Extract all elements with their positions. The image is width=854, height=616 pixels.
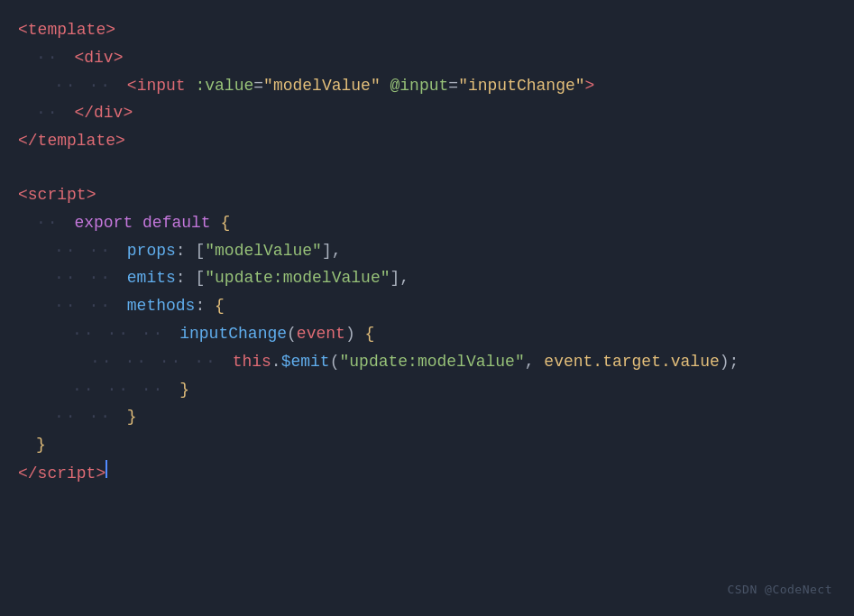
bracket: > [96,461,106,487]
equals: = [253,73,263,99]
bracket: > [585,73,595,99]
bracket: > [114,45,124,71]
code-viewer: <template> ·· <div> ·· ·· <input :value=… [0,0,854,616]
paren-close: ) [345,321,355,347]
bracket: > [115,128,125,154]
brace-open: { [220,210,230,236]
indent-dots: ·· ·· [54,293,124,319]
keyword-this: this [233,349,271,375]
func-inputchange: inputChange [179,321,287,347]
bracket: </ [18,128,38,154]
line-export-default: ·· export default { [0,209,854,237]
attr-value-bind: :value [195,73,253,99]
string-modelvalue: "modelValue" [205,238,322,264]
indent-dots: ·· ·· [54,404,124,430]
colon: : [176,238,196,264]
attr-input-event: @input [390,73,449,99]
string-update-emit: "update:modelValue" [339,349,524,375]
brace-open: { [365,321,375,347]
tag-script-close: script [38,461,96,487]
bracket: > [106,17,115,43]
line-inner-close: ·· ·· ·· } [0,376,854,404]
brace-close-inner: } [179,377,189,403]
bracket: > [123,100,133,126]
line-inputchange-def: ·· ·· ·· inputChange(event) { [0,320,854,348]
tag-div: div [84,45,113,71]
line-script-open: <script> [0,181,854,209]
keyword-export: export [74,210,133,236]
indent-dots: ·· ·· [54,238,124,264]
bracket: < [74,45,84,71]
brace-open: { [215,293,225,319]
bracket: < [18,17,28,43]
tag-template-close: template [38,128,115,154]
indent-dots: ·· ·· ·· ·· [90,349,229,375]
space [133,210,142,236]
indent-dots: ·· ·· ·· [72,321,176,347]
bracket: < [18,182,28,208]
line-script-close: </script> [0,459,854,488]
bracket: < [127,73,137,99]
attr-value-val: "modelValue" [263,73,381,99]
line-div-close: ·· </div> [0,99,854,127]
prop-props: props [127,238,176,264]
indent-dots: ·· [36,100,70,126]
indent-dots: ·· ·· [54,73,124,99]
array-open: [ [195,238,205,264]
line-methods: ·· ·· methods: { [0,292,854,320]
tag-input: input [137,73,186,99]
line-template-close: </template> [0,127,854,155]
tag-script: script [28,182,87,208]
colon: : [176,265,196,291]
array-open: [ [195,265,205,291]
colon: : [195,293,215,319]
space [186,73,196,99]
array-close: ] [322,238,332,264]
indent-dots: ·· ·· ·· [72,377,176,403]
indent-dots: ·· [36,45,70,71]
line-input-tag: ·· ·· <input :value="modelValue" @input=… [0,72,854,100]
space [355,321,365,347]
param-event: event [297,321,345,347]
line-emits: ·· ·· emits: ["update:modelValue"], [0,264,854,292]
cursor [106,460,107,478]
line-div-open: ·· <div> [0,44,854,72]
space [211,210,221,236]
comma: , [525,349,545,375]
bracket: </ [74,100,94,126]
array-close: ] [390,265,399,291]
line-props: ·· ·· props: ["modelValue"], [0,237,854,265]
tag-template: template [28,17,106,43]
empty-line [0,155,854,181]
bracket: </ [18,461,38,487]
tag-div-close: div [94,100,123,126]
paren-open: ( [330,349,340,375]
paren-open: ( [287,321,297,347]
comma: , [399,265,409,291]
paren-close-semi: ); [720,349,739,375]
prop-emits: emits [127,265,176,291]
line-template-open: <template> [0,16,854,44]
indent-dots: ·· ·· [54,265,124,291]
line-methods-close: ·· ·· } [0,403,854,431]
line-this-emit: ·· ·· ·· ·· this.$emit("update:modelValu… [0,348,854,376]
method-emit: $emit [281,349,330,375]
keyword-default: default [142,210,211,236]
string-update: "update:modelValue" [205,265,390,291]
equals: = [448,73,458,99]
brace-close-export: } [36,432,46,458]
space [381,73,390,99]
line-export-close: } [0,431,854,459]
indent-dots: ·· [36,210,70,236]
prop-methods: methods [127,293,196,319]
event-target-value: event.target.value [544,349,719,375]
brace-close-methods: } [127,404,137,430]
comma: , [332,238,342,264]
bracket: > [87,182,96,208]
attr-input-val: "inputChange" [458,73,584,99]
dot: . [271,349,281,375]
watermark: CSDN @CodeNect [727,581,832,600]
